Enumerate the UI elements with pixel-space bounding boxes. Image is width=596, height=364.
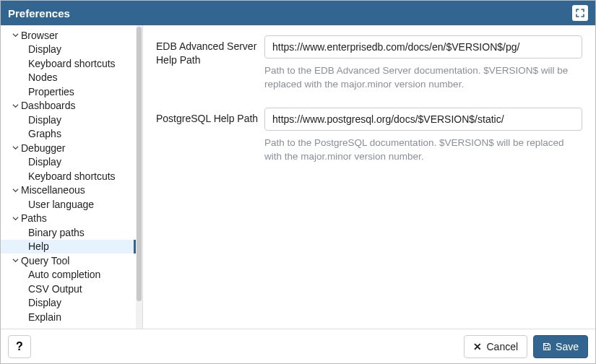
tree-group-paths[interactable]: Paths [1,212,136,226]
tree-item-label: Keyboard shortcuts [28,58,116,69]
tree-item-graphs[interactable]: Graphs [1,127,136,142]
save-icon [543,342,551,351]
tree-item-label: Auto completion [28,269,100,280]
cancel-button[interactable]: ✕ Cancel [464,335,527,358]
tree-item-label: Browser [21,30,58,41]
pg-help-path-input[interactable] [264,108,582,131]
chevron-down-icon [11,187,20,194]
chevron-down-icon [11,144,20,151]
footer: ? ✕ Cancel Save [1,329,595,363]
tree-item-display[interactable]: Display [1,43,136,57]
tree-item-label: Binary paths [28,227,85,238]
tree-item-label: Keyboard shortcuts [28,170,116,182]
help-button[interactable]: ? [8,335,31,358]
tree-item-label: Graphs [28,128,61,139]
tree-item-keyboard-shortcuts[interactable]: Keyboard shortcuts [1,169,136,183]
tree-item-label: Dashboards [21,100,76,111]
field-label: PostgreSQL Help Path [156,108,264,164]
tree-item-label: Explain [28,311,61,323]
cancel-label: Cancel [486,341,518,352]
titlebar: Preferences [1,1,595,25]
tree-item-label: Query Tool [21,255,69,266]
field-pg-help-path: PostgreSQL Help Path Path to the Postgre… [156,108,582,164]
tree-item-label: CSV Output [28,283,82,295]
tree-item-label: Display [28,114,61,126]
tree-item-label: Properties [28,86,74,98]
tree-item-label: Help [28,240,49,252]
tree-item-nodes[interactable]: Nodes [1,71,136,85]
tree-item-label: Miscellaneous [21,184,85,196]
tree-group-dashboards[interactable]: Dashboards [1,99,136,113]
preferences-dialog: Preferences BrowserDisplayKeyboard short… [0,0,596,364]
tree-item-label: User language [28,199,94,210]
field-help-text: Path to the EDB Advanced Server document… [264,64,582,92]
tree-item-csv-output[interactable]: CSV Output [1,282,136,296]
tree-group-debugger[interactable]: Debugger [1,141,136,155]
tree-group-browser[interactable]: Browser [1,28,136,43]
dialog-body: BrowserDisplayKeyboard shortcutsNodesPro… [1,25,595,329]
edb-help-path-input[interactable] [264,35,582,58]
dialog-title: Preferences [8,7,70,20]
sidebar-scrollbar[interactable] [136,25,142,329]
question-icon: ? [16,340,23,353]
save-label: Save [556,341,579,352]
maximize-icon [576,9,584,17]
tree-item-label: Paths [21,212,47,224]
tree-item-help[interactable]: Help [1,240,136,254]
tree-item-keyboard-shortcuts[interactable]: Keyboard shortcuts [1,56,136,71]
preferences-tree: BrowserDisplayKeyboard shortcutsNodesPro… [1,25,136,329]
tree-item-display[interactable]: Display [1,296,136,311]
field-label: EDB Advanced Server Help Path [156,35,264,92]
content-pane: EDB Advanced Server Help Path Path to th… [143,25,595,329]
tree-item-display[interactable]: Display [1,155,136,170]
tree-item-label: Nodes [28,72,57,83]
tree-item-label: Display [28,297,61,308]
tree-item-properties[interactable]: Properties [1,84,136,99]
chevron-down-icon [11,215,20,222]
tree-item-label: Debugger [21,142,66,154]
field-edb-help-path: EDB Advanced Server Help Path Path to th… [156,35,582,92]
tree-item-binary-paths[interactable]: Binary paths [1,225,136,240]
sidebar: BrowserDisplayKeyboard shortcutsNodesPro… [1,25,143,329]
tree-group-query-tool[interactable]: Query Tool [1,254,136,268]
tree-item-label: Display [28,156,61,168]
chevron-down-icon [11,103,20,109]
close-icon: ✕ [473,341,482,352]
field-help-text: Path to the PostgreSQL documentation. $V… [264,136,582,164]
sidebar-scrollbar-thumb[interactable] [137,27,142,301]
tree-item-label: Display [28,43,61,55]
tree-item-explain[interactable]: Explain [1,310,136,324]
tree-item-display[interactable]: Display [1,113,136,127]
tree-group-miscellaneous[interactable]: Miscellaneous [1,183,136,198]
tree-item-auto-completion[interactable]: Auto completion [1,268,136,282]
save-button[interactable]: Save [533,335,588,358]
tree-item-user-language[interactable]: User language [1,197,136,212]
chevron-down-icon [11,257,20,264]
maximize-button[interactable] [572,5,588,21]
chevron-down-icon [11,32,20,38]
